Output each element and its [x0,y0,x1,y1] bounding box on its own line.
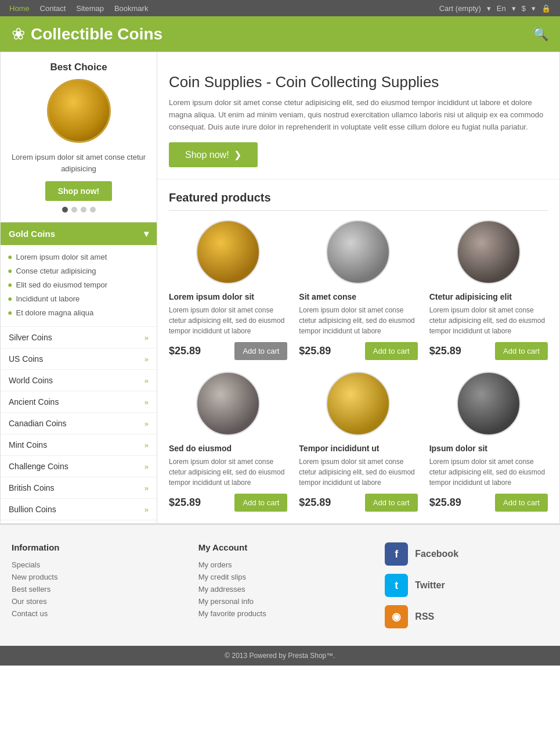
footer-link-new-products[interactable]: New products [12,573,175,581]
social-rss[interactable]: ◉ RSS [385,605,548,628]
footer-link-my-favorite-products[interactable]: My favorite products [198,609,362,618]
category-label: Mint Coins [9,440,47,449]
footer-account-column: My Account My orders My credit slips My … [198,542,362,628]
product-image-6 [457,372,521,436]
carousel-dot-4[interactable] [90,207,96,213]
gold-coins-subitems: ● Lorem ipsum dolor sit amet ● Conse cte… [1,245,157,327]
logo[interactable]: ❀ Collectible Coins [12,24,162,44]
carousel-dot-2[interactable] [71,207,77,213]
footer-info-column: Information Specials New products Best s… [12,542,175,628]
currency-selector[interactable]: $ [522,4,526,13]
sidebar-item-british-coins[interactable]: British Coins » [1,477,157,499]
product-card-1: Lorem ipsum dolor sit Lorem ipsum dolor … [169,220,287,360]
content-area: Coin Supplies - Coin Collecting Supplies… [157,52,559,523]
sidebar-item-challenge-coins[interactable]: Challenge Coins » [1,456,157,477]
product-name-3: Ctetur adipisicing elit [429,292,548,301]
nav-contact[interactable]: Contact [40,4,66,13]
product-name-5: Tempor incididunt ut [299,444,417,453]
search-icon[interactable]: 🔍 [533,27,548,42]
category-label: Canadian Coins [9,419,67,428]
lock-icon: 🔒 [541,4,551,13]
product-desc-2: Lorem ipsum dolor sit amet conse ctetur … [299,305,417,336]
hero-heading: Coin Supplies - Coin Collecting Supplies [169,73,548,91]
site-title: Collectible Coins [31,25,162,44]
category-label: World Coins [9,376,53,385]
add-to-cart-button-6[interactable]: Add to cart [495,494,548,512]
cart-label[interactable]: Cart (empty) [439,4,481,13]
sidebar-item-world-coins[interactable]: World Coins » [1,370,157,391]
add-to-cart-button-1[interactable]: Add to cart [234,342,287,360]
site-header: ❀ Collectible Coins 🔍 [0,16,560,52]
product-image-2 [326,220,390,284]
nav-bookmark[interactable]: Bookmark [114,4,149,13]
footer-link-specials[interactable]: Specials [12,560,175,569]
product-desc-6: Lorem ipsum dolor sit amet conse ctetur … [429,456,548,488]
social-twitter[interactable]: t Twitter [385,574,548,597]
add-to-cart-button-3[interactable]: Add to cart [495,342,548,360]
footer-link-contact-us[interactable]: Contact us [12,609,175,618]
hero-shop-now-button[interactable]: Shop now! ❯ [169,142,258,167]
carousel-dot-3[interactable] [81,207,86,213]
social-facebook[interactable]: f Facebook [385,542,548,566]
carousel-dot-1[interactable] [62,207,68,213]
products-grid: Lorem ipsum dolor sit Lorem ipsum dolor … [169,220,548,512]
nav-home[interactable]: Home [9,4,30,13]
list-item[interactable]: ● Lorem ipsum dolor sit amet [8,250,150,264]
facebook-icon: f [385,542,408,566]
cart-dropdown-icon[interactable]: ▾ [487,4,491,13]
subitem-label: Incididunt ut labore [16,294,80,303]
footer-link-my-orders[interactable]: My orders [198,560,362,569]
product-image-1 [196,220,260,284]
chevron-right-icon: » [144,398,149,407]
footer-link-my-addresses[interactable]: My addresses [198,585,362,594]
product-desc-5: Lorem ipsum dolor sit amet conse ctetur … [299,456,417,488]
list-item[interactable]: ● Conse ctetur adipisicing [8,264,150,278]
sidebar-item-canadian-coins[interactable]: Canadian Coins » [1,413,157,434]
best-choice-widget: Best Choice Lorem ipsum dolor sit amet c… [1,52,157,222]
bullet-icon: ● [8,294,12,303]
product-card-3: Ctetur adipisicing elit Lorem ipsum dolo… [429,220,548,360]
hero-section: Coin Supplies - Coin Collecting Supplies… [157,52,559,179]
footer-account-title: My Account [198,542,362,552]
list-item[interactable]: ● Elit sed do eiusmod tempor [8,278,150,292]
footer-link-my-credit-slips[interactable]: My credit slips [198,573,362,581]
bullet-icon: ● [8,266,12,275]
sidebar-item-ancient-coins[interactable]: Ancient Coins » [1,391,157,413]
top-nav-right: Cart (empty) ▾ En ▾ $ ▾ 🔒 [439,4,551,13]
list-item[interactable]: ● Incididunt ut labore [8,292,150,305]
sidebar-item-us-coins[interactable]: US Coins » [1,348,157,370]
product-name-1: Lorem ipsum dolor sit [169,292,287,301]
nav-sitemap[interactable]: Sitemap [76,4,104,13]
product-price-5: $25.89 [299,497,331,509]
lang-dropdown-icon[interactable]: ▾ [512,4,516,13]
bullet-icon: ● [8,308,12,317]
bullet-icon: ● [8,280,12,289]
chevron-right-icon: » [144,505,149,514]
footer-link-my-personal-info[interactable]: My personal info [198,597,362,606]
footer-link-best-sellers[interactable]: Best sellers [12,585,175,594]
chevron-right-icon: » [144,419,149,428]
product-price-6: $25.89 [429,497,461,509]
product-desc-1: Lorem ipsum dolor sit amet conse ctetur … [169,305,287,336]
add-to-cart-button-4[interactable]: Add to cart [234,494,287,512]
add-to-cart-button-2[interactable]: Add to cart [365,342,418,360]
best-choice-shop-now-button[interactable]: Shop now! [45,181,113,201]
product-card-6: Ipsum dolor sit Lorem ipsum dolor sit am… [429,372,548,512]
category-label: Challenge Coins [9,462,68,471]
hero-shop-now-label: Shop now! [185,150,229,160]
add-to-cart-button-5[interactable]: Add to cart [365,494,418,512]
currency-dropdown-icon[interactable]: ▾ [532,4,536,13]
gold-coins-category-header[interactable]: Gold Coins ▾ [1,222,157,245]
best-choice-coin-image [47,79,111,143]
footer-link-our-stores[interactable]: Our stores [12,597,175,606]
product-card-4: Sed do eiusmod Lorem ipsum dolor sit ame… [169,372,287,512]
lang-selector[interactable]: En [497,4,506,13]
chevron-right-icon: » [144,333,149,342]
product-bottom-1: $25.89 Add to cart [169,342,287,360]
footer: Information Specials New products Best s… [0,524,560,646]
list-item[interactable]: ● Et dolore magna aliqua [8,305,150,319]
product-name-6: Ipsum dolor sit [429,444,548,453]
sidebar-item-mint-coins[interactable]: Mint Coins » [1,434,157,456]
sidebar-item-silver-coins[interactable]: Silver Coins » [1,327,157,348]
sidebar-item-bullion-coins[interactable]: Bullion Coins » [1,499,157,520]
